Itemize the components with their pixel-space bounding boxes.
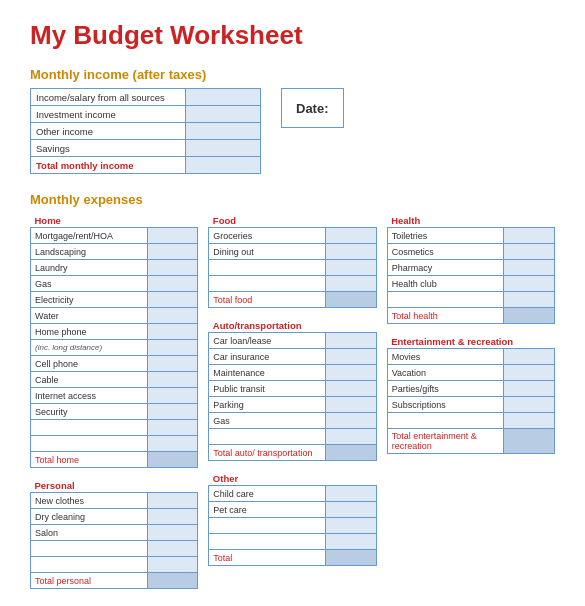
item-label: Pharmacy: [387, 260, 504, 276]
item-value[interactable]: [504, 276, 555, 292]
income-total-row: Total monthly income: [31, 157, 261, 174]
item-value[interactable]: [147, 356, 198, 372]
income-label: Savings: [31, 140, 186, 157]
home-total-label: Total home: [31, 452, 148, 468]
item-label: Home phone: [31, 324, 148, 340]
item-value[interactable]: [325, 244, 376, 260]
food-total-value[interactable]: [325, 292, 376, 308]
item-label: Toiletries: [387, 228, 504, 244]
income-row: Investment income: [31, 106, 261, 123]
item-value[interactable]: [147, 260, 198, 276]
item-label: Cell phone: [31, 356, 148, 372]
item-value[interactable]: [504, 260, 555, 276]
item-value[interactable]: [504, 244, 555, 260]
income-table: Income/salary from all sources Investmen…: [30, 88, 261, 174]
item-label: Maintenance: [209, 365, 326, 381]
item-label: Gas: [209, 413, 326, 429]
item-label: New clothes: [31, 493, 148, 509]
health-total-label: Total health: [387, 308, 504, 324]
item-label: Movies: [387, 349, 504, 365]
item-value[interactable]: [147, 525, 198, 541]
income-label: Income/salary from all sources: [31, 89, 186, 106]
item-value[interactable]: [147, 340, 198, 356]
item-label: Water: [31, 308, 148, 324]
item-value[interactable]: [325, 397, 376, 413]
expense-col-3: Health Toiletries Cosmetics Pharmacy Hea…: [387, 213, 555, 589]
auto-total-value[interactable]: [325, 445, 376, 461]
item-label: Gas: [31, 276, 148, 292]
expenses-heading: Monthly expenses: [30, 192, 555, 207]
entertainment-label: Entertainment & recreation: [387, 334, 554, 349]
food-total-label: Total food: [209, 292, 326, 308]
home-table: Home Mortgage/rent/HOA Landscaping Laund…: [30, 213, 198, 468]
expenses-grid: Home Mortgage/rent/HOA Landscaping Laund…: [30, 213, 555, 589]
expense-col-2: Food Groceries Dining out Total food Aut…: [208, 213, 376, 589]
item-value[interactable]: [147, 292, 198, 308]
item-value[interactable]: [147, 372, 198, 388]
entertainment-total-label: Total entertainment & recreation: [387, 429, 504, 454]
page-title: My Budget Worksheet: [30, 20, 555, 51]
item-value[interactable]: [325, 413, 376, 429]
personal-total-label: Total personal: [31, 573, 148, 589]
item-label: Public transit: [209, 381, 326, 397]
income-row: Savings: [31, 140, 261, 157]
item-value[interactable]: [147, 388, 198, 404]
item-value[interactable]: [147, 509, 198, 525]
item-value[interactable]: [504, 397, 555, 413]
other-label: Other: [209, 471, 376, 486]
home-total-value[interactable]: [147, 452, 198, 468]
item-label: Car loan/lease: [209, 333, 326, 349]
personal-total-value[interactable]: [147, 573, 198, 589]
item-value[interactable]: [147, 324, 198, 340]
item-label: Health club: [387, 276, 504, 292]
entertainment-total-value[interactable]: [504, 429, 555, 454]
income-value[interactable]: [186, 123, 261, 140]
item-value[interactable]: [325, 502, 376, 518]
item-value[interactable]: [504, 349, 555, 365]
expense-col-1: Home Mortgage/rent/HOA Landscaping Laund…: [30, 213, 198, 589]
item-label: Landscaping: [31, 244, 148, 260]
item-value[interactable]: [325, 333, 376, 349]
item-value[interactable]: [147, 308, 198, 324]
item-label: Laundry: [31, 260, 148, 276]
item-value[interactable]: [325, 349, 376, 365]
income-section: Monthly income (after taxes) Income/sala…: [30, 67, 555, 174]
item-value[interactable]: [325, 365, 376, 381]
other-table: Other Child care Pet care Total: [208, 471, 376, 566]
income-value[interactable]: [186, 106, 261, 123]
item-label: Internet access: [31, 388, 148, 404]
item-value[interactable]: [325, 486, 376, 502]
income-value[interactable]: [186, 140, 261, 157]
item-label: Pet care: [209, 502, 326, 518]
health-total-value[interactable]: [504, 308, 555, 324]
income-total-value[interactable]: [186, 157, 261, 174]
item-label: Dining out: [209, 244, 326, 260]
expenses-section: Monthly expenses Home Mortgage/rent/HOA …: [30, 192, 555, 589]
item-value[interactable]: [504, 381, 555, 397]
personal-table: Personal New clothes Dry cleaning Salon …: [30, 478, 198, 589]
item-label: Parking: [209, 397, 326, 413]
income-value[interactable]: [186, 89, 261, 106]
auto-label: Auto/transportation: [209, 318, 376, 333]
food-table: Food Groceries Dining out Total food: [208, 213, 376, 308]
item-value[interactable]: [147, 493, 198, 509]
item-value[interactable]: [147, 404, 198, 420]
item-value[interactable]: [325, 228, 376, 244]
auto-total-label: Total auto/ transportation: [209, 445, 326, 461]
item-label: Parties/gifts: [387, 381, 504, 397]
date-box: Date:: [281, 88, 344, 128]
income-label: Other income: [31, 123, 186, 140]
item-value[interactable]: [504, 228, 555, 244]
income-row: Other income: [31, 123, 261, 140]
item-value[interactable]: [147, 228, 198, 244]
item-value[interactable]: [504, 365, 555, 381]
income-row: Income/salary from all sources: [31, 89, 261, 106]
item-value[interactable]: [147, 244, 198, 260]
other-total-label: Total: [209, 550, 326, 566]
item-value[interactable]: [325, 381, 376, 397]
other-total-value[interactable]: [325, 550, 376, 566]
income-heading: Monthly income (after taxes): [30, 67, 555, 82]
entertainment-table: Entertainment & recreation Movies Vacati…: [387, 334, 555, 454]
item-value[interactable]: [147, 276, 198, 292]
item-label: Salon: [31, 525, 148, 541]
